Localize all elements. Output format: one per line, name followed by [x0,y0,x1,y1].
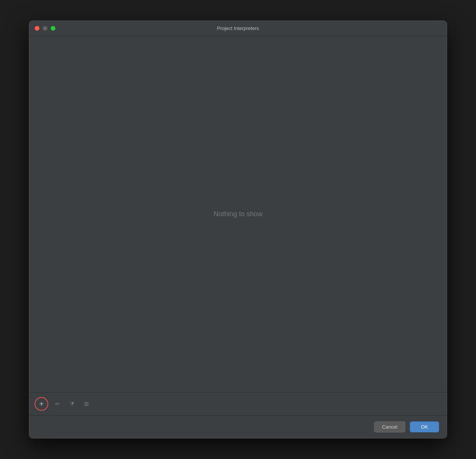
pencil-icon: ✏ [55,400,60,407]
tree-icon: ⊞ [84,400,89,407]
toolbar: + ✏ ⧩ ⊞ [29,393,447,415]
content-area: Nothing to show [29,36,447,393]
footer: Cancel OK [29,415,447,438]
add-icon: + [39,400,44,408]
maximize-button[interactable] [51,26,56,31]
add-interpreter-button[interactable]: + [35,397,48,411]
traffic-lights [35,26,56,31]
tree-view-button[interactable]: ⊞ [81,399,92,409]
filter-icon: ⧩ [70,400,75,407]
edit-interpreter-button[interactable]: ✏ [52,399,63,409]
title-bar: Project Interpreters [29,21,447,36]
project-interpreters-window: Project Interpreters Nothing to show + ✏… [29,21,447,438]
close-button[interactable] [35,26,40,31]
minimize-button[interactable] [43,26,48,31]
empty-state-message: Nothing to show [213,210,262,218]
window-title: Project Interpreters [217,25,259,31]
filter-button[interactable]: ⧩ [67,399,77,409]
ok-button[interactable]: OK [410,421,439,432]
cancel-button[interactable]: Cancel [374,421,405,432]
